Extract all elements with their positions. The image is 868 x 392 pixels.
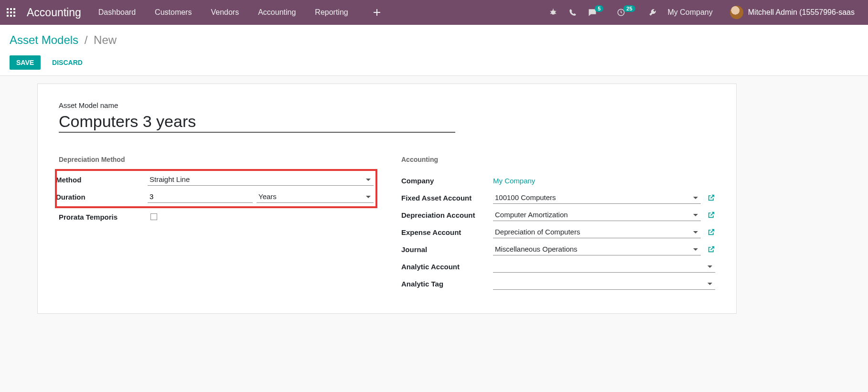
duration-unit-select[interactable]: Years [257,191,374,203]
wrench-icon [649,9,656,16]
external-link-icon [707,211,715,219]
svg-rect-10 [374,12,380,13]
activities-button[interactable]: 25 [617,8,637,17]
svg-line-13 [550,11,551,12]
name-field-label: Asset Model name [59,101,715,109]
svg-rect-7 [10,15,12,17]
fixed-asset-label: Fixed Asset Account [401,194,493,202]
bug-icon [549,8,557,17]
analytic-acc-label: Analytic Account [401,263,493,271]
prorata-checkbox[interactable] [150,213,157,220]
expense-acc-external[interactable] [707,228,715,236]
svg-rect-0 [7,8,9,10]
company-label: Company [401,177,493,185]
apps-grid-icon [7,8,15,17]
svg-rect-8 [13,15,15,17]
method-select[interactable]: Straight Line [148,173,374,186]
svg-rect-3 [7,11,9,13]
messages-button[interactable]: 5 [588,8,605,17]
company-name: My Company [668,8,713,17]
analytic-tag-select[interactable] [493,277,715,290]
accounting-group: Accounting Company My Company Fixed Asse… [401,156,715,292]
form-area: Asset Model name Depreciation Method Met… [0,76,868,328]
prorata-label: Prorata Temporis [59,213,150,221]
top-navbar: Accounting Dashboard Customers Vendors A… [0,0,868,25]
svg-rect-6 [7,15,9,17]
expense-acc-select[interactable]: Depreciation of Computers [493,226,701,238]
activities-badge: 25 [623,5,635,12]
nav-new-button[interactable] [373,9,381,16]
deprec-acc-select[interactable]: Computer Amortization [493,209,701,221]
external-link-icon [707,245,715,253]
deprec-acc-external[interactable] [707,211,715,219]
phone-button[interactable] [569,9,577,16]
app-title[interactable]: Accounting [27,6,81,19]
save-button[interactable]: SAVE [10,55,41,70]
accounting-group-title: Accounting [401,156,715,163]
nav-item-vendors[interactable]: Vendors [211,8,239,17]
company-switcher[interactable]: My Company [668,8,713,17]
control-panel: Asset Models / New SAVE DISCARD [0,25,868,76]
svg-line-15 [550,13,551,14]
external-link-icon [707,228,715,236]
external-link-icon [707,194,715,201]
depreciation-group: Depreciation Method Method Straight Line… [59,156,373,292]
avatar [730,6,743,19]
nav-item-reporting[interactable]: Reporting [315,8,348,17]
svg-rect-2 [13,8,15,10]
svg-point-11 [551,11,556,15]
duration-number-input[interactable] [148,191,253,203]
breadcrumb: Asset Models / New [10,33,858,47]
journal-label: Journal [401,245,493,254]
form-buttons: SAVE DISCARD [10,55,858,70]
tools-button[interactable] [649,9,656,16]
form-sheet: Asset Model name Depreciation Method Met… [37,84,737,314]
breadcrumb-sep: / [85,33,88,46]
deprec-acc-label: Depreciation Account [401,211,493,219]
analytic-tag-label: Analytic Tag [401,280,493,288]
fixed-asset-external[interactable] [707,194,715,201]
expense-acc-label: Expense Account [401,228,493,236]
company-value-link[interactable]: My Company [493,177,535,185]
nav-item-customers[interactable]: Customers [155,8,192,17]
fixed-asset-select[interactable]: 100100 Computers [493,191,701,204]
svg-line-14 [555,11,556,12]
highlight-annotation: Method Straight Line Duration Years [56,170,376,207]
nav-item-accounting[interactable]: Accounting [258,8,296,17]
plus-icon [373,9,381,16]
user-name: Mitchell Admin (15557996-saas [748,8,855,17]
analytic-acc-select[interactable] [493,260,715,273]
debug-button[interactable] [549,8,557,17]
method-label: Method [56,176,148,184]
user-menu[interactable]: Mitchell Admin (15557996-saas [730,6,855,19]
messages-badge: 5 [595,5,603,12]
discard-button[interactable]: DISCARD [45,55,89,70]
journal-external[interactable] [707,245,715,253]
svg-line-16 [555,13,556,14]
breadcrumb-root[interactable]: Asset Models [10,33,78,46]
breadcrumb-current: New [94,33,117,46]
apps-launcher-button[interactable] [5,6,17,19]
journal-select[interactable]: Miscellaneous Operations [493,243,701,255]
svg-rect-5 [13,11,15,13]
depreciation-group-title: Depreciation Method [59,156,373,163]
duration-label: Duration [56,193,148,201]
svg-rect-1 [10,8,12,10]
nav-item-dashboard[interactable]: Dashboard [98,8,136,17]
svg-rect-4 [10,11,12,13]
phone-icon [569,9,577,16]
name-input[interactable] [59,111,455,133]
